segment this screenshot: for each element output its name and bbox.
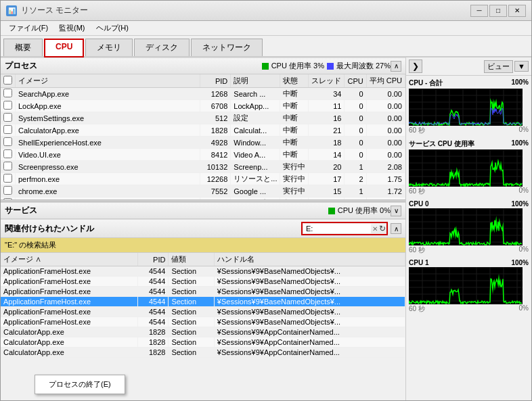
row-check[interactable]: [3, 186, 12, 195]
process-status: 中断: [280, 137, 309, 149]
table-row[interactable]: ApplicationFrameHost.exe 4544 Section ¥S…: [1, 266, 405, 277]
col-image[interactable]: イメージ: [16, 74, 200, 88]
table-row[interactable]: CalculatorApp.exe 1828 Calculat... 中断 21…: [1, 124, 405, 137]
graph-item-3: CPU 1100% 60 秒0%: [409, 259, 529, 314]
view-button[interactable]: ビュー: [484, 60, 513, 73]
table-row[interactable]: Screenpresso.exe 10132 Screenp... 実行中 20…: [1, 161, 405, 173]
right-panel-header: ❯ ビュー ▼: [406, 57, 531, 76]
right-panel: ❯ ビュー ▼ CPU - 合計100% 60 秒0% サービス CPU 使用率…: [406, 57, 531, 400]
process-pid: 1268: [200, 88, 231, 100]
table-row[interactable]: CalculatorApp.exe 1828 Section ¥Sessions…: [1, 337, 405, 348]
graph-item-1: サービス CPU 使用率100% 60 秒0%: [409, 139, 529, 196]
table-row[interactable]: ApplicationFrameHost.exe 4544 Section ¥S…: [1, 277, 405, 287]
col-cpu[interactable]: CPU: [345, 74, 366, 88]
search-clear-icon[interactable]: ✕: [372, 225, 378, 233]
row-check[interactable]: [3, 162, 12, 170]
table-row[interactable]: SystemSettings.exe 512 設定 中断 16 0 0.00: [1, 112, 405, 124]
close-button[interactable]: ✕: [508, 5, 526, 17]
tabs-bar: 概要 CPU メモリ ディスク ネットワーク: [1, 36, 531, 57]
handle-header: 関連付けられたハンドル ✕ ↻ ∧: [1, 219, 405, 238]
handle-search-input[interactable]: [303, 224, 371, 233]
main-window: 📊 リソース モニター ─ □ ✕ ファイル(F) 監視(M) ヘルプ(H) 概…: [0, 0, 532, 401]
table-row[interactable]: Video.UI.exe 8412 Video A... 中断 14 0 0.0…: [1, 149, 405, 161]
table-row[interactable]: SearchApp.exe 1268 Search ... 中断 34 0 0.…: [1, 88, 405, 100]
right-expand-btn[interactable]: ❯: [409, 60, 422, 73]
handle-section: 関連付けられたハンドル ✕ ↻ ∧ "E:" の検索結果 イメー: [1, 219, 405, 400]
handle-type: Section: [169, 297, 214, 307]
process-image: ShellExperienceHost.exe: [16, 137, 200, 149]
process-collapse-btn[interactable]: ∧: [391, 61, 401, 72]
col-status[interactable]: 状態: [280, 74, 309, 88]
menu-monitor[interactable]: 監視(M): [53, 22, 91, 34]
process-pid: 12268: [200, 173, 231, 185]
process-desc: 設定: [231, 112, 280, 124]
process-section: プロセス CPU 使用率 3% 最大周波数 27% ∧: [1, 57, 405, 199]
col-handle-name[interactable]: ハンドル名: [214, 253, 405, 266]
process-avgcpu: 0.00: [366, 124, 405, 137]
maximize-button[interactable]: □: [489, 5, 507, 17]
col-pid[interactable]: PID: [200, 74, 231, 88]
row-check[interactable]: [3, 101, 12, 110]
col-thread[interactable]: スレッド: [309, 74, 345, 88]
minimize-button[interactable]: ─: [470, 5, 488, 17]
service-header[interactable]: サービス CPU 使用率 0% ∨: [1, 202, 405, 219]
table-row[interactable]: chrome.exe 7552 Google ... 実行中 15 1 1.72: [1, 185, 405, 197]
table-row[interactable]: ApplicationFrameHost.exe 4544 Section ¥S…: [1, 317, 405, 327]
row-check[interactable]: [3, 174, 12, 183]
table-row[interactable]: perfmon.exe 12268 リソースと... 実行中 17 2 1.75: [1, 173, 405, 185]
graph-time-label: 60 秒: [409, 187, 425, 196]
table-row[interactable]: ApplicationFrameHost.exe 4544 Section ¥S…: [1, 307, 405, 317]
handle-table: イメージ ∧ PID 値類 ハンドル名 ApplicationFrameHost…: [1, 253, 405, 358]
col-check[interactable]: [1, 74, 16, 88]
view-dropdown-btn[interactable]: ▼: [514, 61, 529, 72]
col-avgcpu[interactable]: 平均 CPU: [366, 74, 405, 88]
table-row[interactable]: ShellExperienceHost.exe 4928 Window... 中…: [1, 137, 405, 149]
table-row[interactable]: ApplicationFrameHost.exe 4544 Section ¥S…: [1, 287, 405, 297]
search-refresh-icon[interactable]: ↻: [379, 224, 386, 233]
handle-pid: 1828: [138, 337, 169, 348]
process-header[interactable]: プロセス CPU 使用率 3% 最大周波数 27% ∧: [1, 57, 405, 74]
table-row[interactable]: ApplicationFrameHost.exe 4544 Section ¥S…: [1, 297, 405, 307]
service-collapse-btn[interactable]: ∨: [391, 206, 401, 216]
handle-name: ¥Sessions¥9¥BaseNamedObjects¥...: [214, 317, 405, 327]
process-avgcpu: 0.00: [366, 112, 405, 124]
process-pid: 8412: [200, 149, 231, 161]
menu-help[interactable]: ヘルプ(H): [91, 22, 134, 34]
row-check[interactable]: [3, 89, 12, 97]
process-desc: Screenp...: [231, 161, 280, 173]
table-row[interactable]: CalculatorApp.exe 1828 Section ¥Sessions…: [1, 327, 405, 337]
col-handle-image[interactable]: イメージ ∧: [1, 253, 138, 266]
tab-memory[interactable]: メモリ: [85, 39, 133, 56]
check-all[interactable]: [3, 76, 12, 85]
tab-cpu[interactable]: CPU: [44, 39, 84, 57]
process-image: Video.UI.exe: [16, 149, 200, 161]
row-check[interactable]: [3, 149, 12, 158]
process-pid: 1828: [200, 124, 231, 137]
col-handle-type[interactable]: 値類: [169, 253, 214, 266]
col-handle-pid[interactable]: PID: [138, 253, 169, 266]
graph-canvas-2: [409, 208, 523, 245]
handle-image: CalculatorApp.exe: [1, 337, 138, 348]
process-thread: 14: [309, 149, 345, 161]
handle-image: ApplicationFrameHost.exe: [1, 266, 138, 277]
tab-overview[interactable]: 概要: [3, 39, 43, 56]
context-end-process[interactable]: プロセスの終了(E): [35, 377, 125, 392]
handle-collapse-btn[interactable]: ∧: [391, 223, 401, 234]
process-cpu: 0: [345, 149, 366, 161]
handle-type: Section: [169, 266, 214, 277]
process-cpu: 0: [345, 112, 366, 124]
menu-file[interactable]: ファイル(F): [3, 22, 53, 34]
col-desc[interactable]: 説明: [231, 74, 280, 88]
table-row[interactable]: LockApp.exe 6708 LockApp... 中断 11 0 0.00: [1, 100, 405, 112]
row-check[interactable]: [3, 137, 12, 146]
row-check[interactable]: [3, 113, 12, 122]
process-cpu: 0: [345, 100, 366, 112]
tab-network[interactable]: ネットワーク: [191, 39, 263, 56]
graph-item-0: CPU - 合計100% 60 秒0%: [409, 78, 529, 135]
graph-pct-low: 0%: [519, 245, 529, 255]
graph-canvas-3: [409, 267, 523, 304]
handle-table-container: イメージ ∧ PID 値類 ハンドル名 ApplicationFrameHost…: [1, 253, 405, 400]
table-row[interactable]: CalculatorApp.exe 1828 Section ¥Sessions…: [1, 348, 405, 358]
tab-disk[interactable]: ディスク: [134, 39, 190, 56]
row-check[interactable]: [3, 125, 12, 134]
